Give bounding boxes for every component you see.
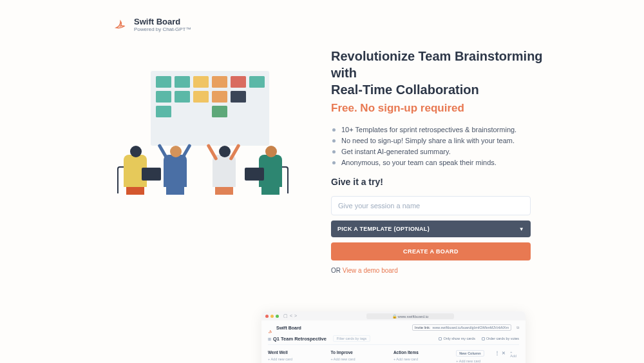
feature-item: 10+ Templates for sprint retrospectives …: [331, 124, 556, 135]
board-column: Action Items + Add new card Collaborate …: [393, 350, 451, 363]
feature-list: 10+ Templates for sprint retrospectives …: [331, 124, 556, 168]
demo-board-line: OR View a demo board: [331, 267, 556, 274]
feature-item: Get instant AI-generated summary.: [331, 146, 556, 157]
add-column-button[interactable]: + Add: [510, 350, 519, 363]
column-title: Went Well: [268, 350, 288, 355]
sidebar-icon: ▢: [283, 313, 288, 319]
swift-logo-icon: [115, 18, 128, 31]
feature-item: No need to sign-up! Simply share a link …: [331, 135, 556, 146]
add-card-button[interactable]: + Add new card: [393, 357, 451, 361]
board-column: To Improve + Add new card Priorities are…: [330, 350, 388, 363]
expand-icon[interactable]: ⊞: [268, 337, 271, 341]
header: Swift Board Powered by Chat-GPT™: [0, 17, 644, 32]
session-name-input[interactable]: [331, 196, 531, 215]
only-my-cards-checkbox[interactable]: Only show my cards: [439, 337, 475, 340]
lock-icon: 🔒: [392, 315, 397, 319]
back-icon: <: [290, 313, 292, 319]
swift-logo-icon: [268, 325, 273, 330]
board-title: ⊞ Q1 Team Retrospective: [268, 336, 327, 342]
brand-name: Swift Board: [134, 17, 191, 26]
cta-title: Give it a try!: [331, 177, 556, 187]
column-title: To Improve: [330, 350, 353, 355]
feature-item: Anonymous, so your team can speak their …: [331, 157, 556, 168]
invite-link-field[interactable]: Invite link: www.swiftboard.io/board/gIz…: [412, 324, 511, 331]
traffic-light-minimize-icon: [270, 315, 274, 318]
view-demo-link[interactable]: View a demo board: [343, 267, 398, 274]
copy-icon[interactable]: ⧉: [516, 326, 519, 330]
add-card-button[interactable]: + Add new card: [330, 357, 388, 361]
chevron-down-icon: ▼: [519, 226, 524, 232]
url-bar: 🔒 www.swiftboard.io: [366, 313, 455, 319]
template-select[interactable]: PICK A TEMPLATE (OPTIONAL) ▼: [331, 221, 531, 237]
brand-subtitle: Powered by Chat-GPT™: [134, 26, 191, 32]
traffic-light-close-icon: [265, 315, 269, 318]
hero-subheadline: Free. No sign-up required: [331, 102, 556, 115]
board-column: Went Well + Add new card Really enjoyed …: [268, 350, 326, 363]
create-board-button[interactable]: CREATE A BOARD: [331, 242, 531, 260]
new-column: New Column ⋮ ✕ + Add new card: [456, 350, 506, 363]
column-title: Action Items: [393, 350, 419, 355]
add-card-button[interactable]: + Add new card: [456, 359, 506, 363]
column-menu-icon[interactable]: ⋮: [495, 352, 500, 355]
hero-headline: Revolutionize Team Brainstorming with Re…: [331, 48, 556, 98]
demo-browser-mockup: ▢ < > 🔒 www.swiftboard.io Swift Board In…: [261, 311, 526, 363]
forward-icon: >: [294, 313, 297, 319]
new-column-input[interactable]: New Column: [456, 350, 484, 357]
close-icon[interactable]: ✕: [502, 351, 506, 356]
filter-tags-input[interactable]: Filter cards by tags: [333, 335, 370, 342]
demo-brand: Swift Board: [276, 326, 301, 330]
hero-illustration: [115, 63, 308, 205]
traffic-light-zoom-icon: [276, 315, 279, 318]
add-card-button[interactable]: + Add new card: [268, 357, 326, 361]
order-by-votes-checkbox[interactable]: Order cards by votes: [482, 337, 519, 340]
browser-chrome: ▢ < > 🔒 www.swiftboard.io: [261, 311, 526, 320]
